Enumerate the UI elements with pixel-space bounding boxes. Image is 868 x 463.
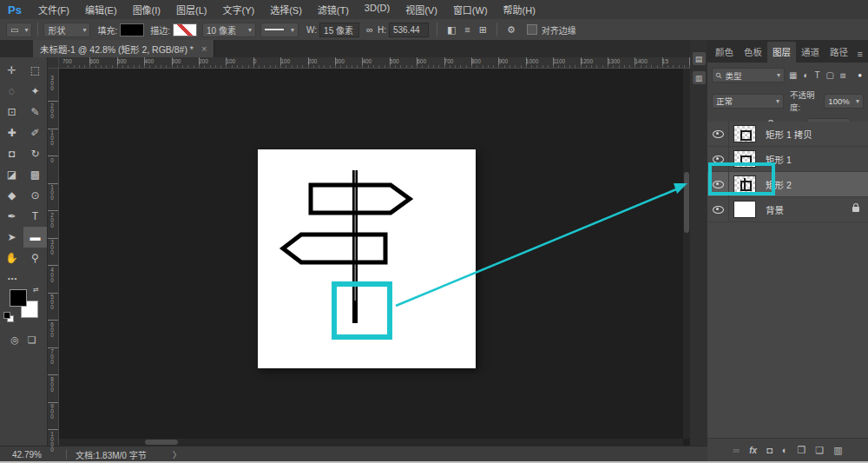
stroke-width-select[interactable]: 10 像素 xyxy=(202,23,256,37)
menu-item-file[interactable]: 文件(F) xyxy=(30,3,77,17)
menu-item-filter[interactable]: 滤镜(T) xyxy=(310,3,357,17)
layer-thumbnail-cell[interactable] xyxy=(729,150,760,168)
zoom-tool[interactable]: ⚲ xyxy=(23,248,47,268)
panel-tab-channels[interactable]: 通道 xyxy=(796,42,825,63)
filter-smart-objects-icon[interactable]: ⧈ xyxy=(838,70,847,81)
layer-row[interactable]: 矩形 1 xyxy=(707,147,868,172)
menu-item-3d[interactable]: 3D(D) xyxy=(357,3,398,17)
menu-item-image[interactable]: 图像(I) xyxy=(125,3,168,17)
type-tool[interactable]: T xyxy=(23,206,47,227)
stroke-style-select[interactable] xyxy=(260,23,299,37)
layer-name[interactable]: 矩形 2 xyxy=(766,178,868,191)
link-dimensions-icon[interactable]: ∞ xyxy=(362,24,378,35)
lasso-tool[interactable]: ◌ xyxy=(0,81,23,102)
panel-tab-color[interactable]: 颜色 xyxy=(710,42,739,63)
collapsed-panel-properties-icon[interactable]: ▥ xyxy=(693,71,706,84)
layer-thumbnail-cell[interactable] xyxy=(729,125,760,142)
dodge-tool[interactable]: ⊙ xyxy=(23,185,47,206)
panel-tab-layers[interactable]: 图层 xyxy=(767,42,796,63)
layer-visibility-cell[interactable] xyxy=(707,122,729,146)
rectangle-tool[interactable]: ▬ xyxy=(23,227,47,248)
blend-mode-select[interactable]: 正常 xyxy=(712,94,784,109)
panel-tab-swatches[interactable]: 色板 xyxy=(739,42,767,63)
eyedropper-tool[interactable]: ✎ xyxy=(23,102,47,122)
edit-toolbar-icon[interactable]: ••• xyxy=(0,268,47,284)
filter-type-layers-icon[interactable]: T xyxy=(813,70,822,81)
layer-visibility-cell[interactable] xyxy=(707,147,729,171)
marquee-tool[interactable]: ⬚ xyxy=(23,60,47,81)
add-layer-mask-icon[interactable]: ◘ xyxy=(766,445,773,455)
document-tab[interactable]: 未标题-1 @ 42.8% (矩形 2, RGB/8#) * × xyxy=(33,40,214,57)
brush-tool[interactable]: ✐ xyxy=(23,122,47,143)
layer-row[interactable]: 背景 xyxy=(707,197,868,222)
menu-item-view[interactable]: 视图(V) xyxy=(398,3,445,17)
layer-visibility-cell[interactable] xyxy=(707,197,729,222)
foreground-color-swatch[interactable] xyxy=(10,289,27,307)
pasteboard[interactable] xyxy=(58,68,683,439)
align-edges-checkbox[interactable] xyxy=(527,24,537,35)
vertical-scrollbar-thumb[interactable] xyxy=(684,172,689,233)
path-alignment-icon[interactable]: ≡ xyxy=(460,24,474,35)
eye-icon[interactable] xyxy=(713,130,724,138)
vertical-scrollbar[interactable] xyxy=(683,68,690,439)
default-colors-icon[interactable] xyxy=(3,312,14,322)
layer-name[interactable]: 背景 xyxy=(766,203,852,216)
layer-thumbnail[interactable] xyxy=(733,175,756,193)
eraser-tool[interactable]: ◪ xyxy=(0,164,23,185)
filter-adjustment-layers-icon[interactable]: ◐ xyxy=(801,70,810,81)
menu-item-select[interactable]: 选择(S) xyxy=(262,3,310,17)
layer-thumbnail[interactable] xyxy=(733,201,756,218)
eye-icon[interactable] xyxy=(713,206,724,214)
layer-thumbnail-cell[interactable] xyxy=(729,175,760,193)
fill-color-swatch[interactable] xyxy=(120,23,144,36)
filter-shape-layers-icon[interactable]: ▢ xyxy=(825,70,836,81)
layer-thumbnail[interactable] xyxy=(733,150,756,168)
layer-row[interactable]: 矩形 1 拷贝 xyxy=(707,122,868,147)
horizontal-scrollbar-thumb[interactable] xyxy=(145,440,178,445)
gradient-tool[interactable]: ▩ xyxy=(23,164,47,185)
delete-layer-icon[interactable]: ▥ xyxy=(833,445,842,456)
menu-item-window[interactable]: 窗口(W) xyxy=(445,3,496,17)
stroke-color-swatch[interactable] xyxy=(173,23,197,36)
clone-stamp-tool[interactable]: ◘ xyxy=(0,143,23,164)
collapsed-panel-history-icon[interactable]: ▤ xyxy=(693,52,706,65)
tool-preset-picker[interactable]: ▭ xyxy=(6,23,32,37)
new-group-icon[interactable]: ❒ xyxy=(797,445,806,456)
panel-menu-icon[interactable]: ≡ xyxy=(858,49,865,63)
move-tool[interactable]: ✛ xyxy=(0,60,23,81)
swap-colors-icon[interactable]: ⇄ xyxy=(33,286,39,294)
menu-item-layer[interactable]: 图层(L) xyxy=(168,3,214,17)
filter-pixel-layers-icon[interactable]: ▦ xyxy=(787,70,799,81)
link-layers-icon[interactable]: ∞ xyxy=(733,445,740,455)
history-brush-tool[interactable]: ↻ xyxy=(23,143,47,164)
blur-tool[interactable]: ◆ xyxy=(0,185,23,206)
width-field[interactable]: 15 像素 xyxy=(319,23,359,37)
layer-thumbnail-cell[interactable] xyxy=(729,201,760,218)
canvas[interactable] xyxy=(258,149,476,368)
eye-icon[interactable] xyxy=(713,181,724,189)
quick-mask-icon[interactable]: ◎ xyxy=(10,334,19,346)
pen-tool[interactable]: ✒ xyxy=(0,206,23,227)
close-tab-icon[interactable]: × xyxy=(201,43,207,54)
path-arrange-icon[interactable]: ⊞ xyxy=(475,24,491,36)
layer-thumbnail[interactable] xyxy=(733,125,756,142)
menu-item-type[interactable]: 文字(Y) xyxy=(214,3,262,17)
eye-icon[interactable] xyxy=(713,155,724,163)
filter-toggle-icon[interactable]: ● xyxy=(858,71,864,79)
new-layer-icon[interactable]: ❏ xyxy=(815,445,824,456)
layer-name[interactable]: 矩形 1 拷贝 xyxy=(766,128,868,141)
height-field[interactable]: 536.44 xyxy=(389,23,429,37)
status-expand-icon[interactable]: 〉 xyxy=(173,448,181,461)
filter-kind-select[interactable]: ⚲ 类型 xyxy=(712,68,785,83)
gear-icon[interactable]: ⚙ xyxy=(503,24,520,36)
tool-mode-select[interactable]: 形状 xyxy=(43,23,90,37)
horizontal-scrollbar[interactable] xyxy=(58,439,683,446)
layer-name[interactable]: 矩形 1 xyxy=(766,153,868,166)
menu-item-help[interactable]: 帮助(H) xyxy=(496,3,543,17)
layer-row[interactable]: 矩形 2 xyxy=(707,172,868,197)
hand-tool[interactable]: ✋ xyxy=(0,248,23,268)
panel-tab-paths[interactable]: 路径 xyxy=(825,42,853,63)
layer-visibility-cell[interactable] xyxy=(707,172,729,196)
menu-item-edit[interactable]: 编辑(E) xyxy=(77,3,125,17)
opacity-select[interactable]: 100% xyxy=(824,94,864,109)
